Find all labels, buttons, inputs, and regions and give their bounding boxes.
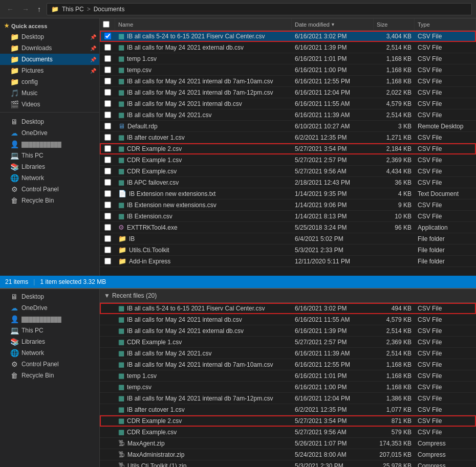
row-checkbox[interactable] (104, 190, 111, 197)
table-row[interactable]: ▦ IB Extension.csv 1/14/2021 8:13 PM 10 … (100, 211, 476, 222)
row-checkbox[interactable] (104, 157, 111, 163)
table-row[interactable]: ▦ CDR Example 2.csv 5/27/2021 3:54 PM 2,… (100, 143, 476, 154)
row-checkbox[interactable] (104, 134, 111, 141)
select-all-checkbox[interactable] (103, 21, 110, 28)
row-checkbox[interactable] (104, 100, 111, 107)
row-checkbox[interactable] (104, 55, 111, 62)
name-column-header[interactable]: Name (115, 18, 292, 30)
list-item[interactable]: ▦ CDR Example.csv 5/27/2021 9:56 AM 579 … (100, 427, 476, 438)
table-row[interactable]: ▦ IB APC failover.csv 2/18/2021 12:43 PM… (100, 177, 476, 188)
up-button[interactable]: ↑ (35, 4, 44, 14)
table-row[interactable]: ▦ IB all calls 5-24 to 6-15 2021 Fiserv … (100, 31, 476, 42)
sidebar-item-documents[interactable]: 📁 Documents 📌 (0, 54, 99, 65)
bottom-sidebar-item-libraries[interactable]: 📚 Libraries (0, 336, 99, 347)
csv-icon: ▦ (118, 394, 124, 402)
table-row[interactable]: 📁 IB 6/4/2021 5:02 PM File folder (100, 233, 476, 244)
bottom-sidebar-item-desktop[interactable]: 🖥 Desktop (0, 291, 99, 302)
row-checkbox[interactable] (104, 89, 111, 96)
row-checkbox[interactable] (104, 247, 111, 253)
list-item[interactable]: ▦ IB all calls for May 24 2021 internal … (100, 359, 476, 370)
sidebar-item-pictures[interactable]: 📁 Pictures 📌 (0, 65, 99, 76)
back-button[interactable]: ← (4, 4, 16, 14)
table-row[interactable]: 📄 IB Extension new extensions.txt 1/14/2… (100, 188, 476, 199)
list-item[interactable]: ▦ IB after cutover 1.csv 6/2/2021 12:35 … (100, 404, 476, 415)
collapse-icon[interactable]: ▼ (104, 292, 110, 299)
bottom-sidebar-item-onedrive[interactable]: ☁ OneDrive (0, 302, 99, 314)
row-size-cell: 2,369 KB (374, 155, 415, 165)
sidebar-item-downloads[interactable]: 📁 Downloads 📌 (0, 42, 99, 54)
row-checkbox[interactable] (104, 112, 111, 118)
table-row[interactable]: ▦ CDR Example.csv 5/27/2021 9:56 AM 4,43… (100, 166, 476, 177)
list-item[interactable]: ▦ IB all calls for May 24 2021 internal … (100, 393, 476, 404)
sidebar-item-config[interactable]: 📁 config (0, 76, 99, 87)
row-checkbox[interactable] (104, 78, 111, 84)
table-row[interactable]: ▦ IB all calls for May 24 2021 internal … (100, 98, 476, 109)
row-checkbox[interactable] (104, 145, 111, 152)
row-checkbox[interactable] (104, 33, 111, 39)
sidebar-item-network[interactable]: 🌐 Network (0, 172, 99, 184)
row-checkbox[interactable] (104, 224, 111, 231)
sidebar-item-libraries[interactable]: 📚 Libraries (0, 161, 99, 172)
sidebar-item-videos[interactable]: 🎬 Videos (0, 99, 99, 110)
table-row[interactable]: ▦ temp 1.csv 6/16/2021 1:01 PM 1,168 KB … (100, 53, 476, 64)
bottom-sidebar-item-user[interactable]: 👤 ███████████ (0, 314, 99, 325)
table-row[interactable]: 📁 Utils.Cti.Toolkit 5/3/2021 2:33 PM Fil… (100, 244, 476, 256)
address-documents[interactable]: Documents (94, 6, 125, 13)
sidebar-item-recyclebin[interactable]: 🗑 Recycle Bin (0, 195, 99, 206)
table-row[interactable]: ▦ IB after cutover 1.csv 6/2/2021 12:35 … (100, 132, 476, 143)
sidebar-item-user[interactable]: 👤 ███████████ (0, 139, 99, 150)
date-column-header[interactable]: Date modified ▼ (292, 18, 374, 30)
row-checkbox[interactable] (104, 258, 111, 264)
desktop-icon: 🖥 (10, 293, 18, 301)
sidebar-item-desktop2[interactable]: 🖥 Desktop (0, 116, 99, 127)
list-item[interactable]: 🗜 MaxAdministrator.zip 5/24/2021 8:00 AM… (100, 449, 476, 460)
list-item[interactable]: ▦ IB all calls for May 24 2021.csv 6/16/… (100, 348, 476, 359)
row-checkbox[interactable] (104, 123, 111, 129)
check-column-header[interactable] (100, 18, 115, 30)
sidebar-item-desktop[interactable]: 📁 Desktop 📌 (0, 31, 99, 42)
bottom-sidebar-item-network[interactable]: 🌐 Network (0, 347, 99, 359)
row-checkbox[interactable] (104, 179, 111, 186)
list-item[interactable]: ▦ IB all calls for May 24 2021 external … (100, 325, 476, 337)
row-checkbox[interactable] (104, 202, 111, 208)
sidebar-item-music[interactable]: 🎵 Music (0, 87, 99, 99)
table-row[interactable]: ▦ IB all calls for May 24 2021 internal … (100, 87, 476, 98)
type-column-header[interactable]: Type (415, 18, 476, 30)
list-item[interactable]: ▦ temp.csv 6/16/2021 1:00 PM 1,168 KB CS… (100, 382, 476, 393)
list-item[interactable]: ▦ IB all calls 5-24 to 6-15 2021 Fiserv … (100, 303, 476, 314)
list-item[interactable]: 🗜 Utils.Cti.Toolkit (1).zip 5/3/2021 2:3… (100, 460, 476, 467)
forward-button[interactable]: → (19, 4, 32, 14)
table-row[interactable]: ▦ IB all calls for May 24 2021.csv 6/16/… (100, 109, 476, 121)
table-row[interactable]: ▦ CDR Example 1.csv 5/27/2021 2:57 PM 2,… (100, 154, 476, 166)
address-thispc[interactable]: This PC (62, 6, 84, 13)
table-row[interactable]: ▦ IB all calls for May 24 2021 internal … (100, 76, 476, 87)
table-row[interactable]: 📁 Add-in Express 12/11/2020 5:11 PM File… (100, 256, 476, 267)
row-checkbox[interactable] (104, 44, 111, 51)
row-checkbox[interactable] (104, 168, 111, 174)
bottom-sidebar-item-recyclebin[interactable]: 🗑 Recycle Bin (0, 370, 99, 381)
table-row[interactable]: 🖥 Default.rdp 6/10/2021 10:27 AM 3 KB Re… (100, 121, 476, 132)
row-checkbox[interactable] (104, 66, 111, 73)
list-item[interactable]: ▦ CDR Example 1.csv 5/27/2021 2:57 PM 2,… (100, 337, 476, 348)
list-item[interactable]: 🗜 MaxAgent.zip 5/26/2021 1:07 PM 174,353… (100, 438, 476, 449)
address-bar[interactable]: 📁 This PC > Documents (47, 3, 472, 15)
list-item[interactable]: ▦ temp 1.csv 6/16/2021 1:01 PM 1,168 KB … (100, 370, 476, 382)
list-item[interactable]: ▦ IB all calls for May 24 2021 internal … (100, 314, 476, 325)
row-checkbox[interactable] (104, 213, 111, 219)
table-row[interactable]: ⚙ EXTTRKTool4.exe 5/25/2018 3:24 PM 96 K… (100, 222, 476, 233)
size-column-header[interactable]: Size (374, 18, 415, 30)
bottom-sidebar-item-controlpanel[interactable]: ⚙ Control Panel (0, 359, 99, 370)
bottom-sidebar-item-thispc[interactable]: 💻 This PC (0, 325, 99, 336)
sidebar-item-thispc[interactable]: 💻 This PC (0, 150, 99, 161)
row-name-cell: ⚙ EXTTRKTool4.exe (115, 222, 292, 233)
table-row[interactable]: ▦ temp.csv 6/16/2021 1:00 PM 1,168 KB CS… (100, 64, 476, 76)
sidebar-item-controlpanel[interactable]: ⚙ Control Panel (0, 184, 99, 195)
sidebar-item-onedrive[interactable]: ☁ OneDrive (0, 127, 99, 139)
table-row[interactable]: ▦ IB Extension new extensions.csv 1/14/2… (100, 199, 476, 211)
list-item[interactable]: ▦ CDR Example 2.csv 5/27/2021 3:54 PM 87… (100, 415, 476, 427)
file-name: IB Extension new extensions.txt (129, 190, 215, 197)
table-row[interactable]: ▦ IB all calls for May 24 2021 external … (100, 42, 476, 53)
row-name-cell: ▦ IB Extension new extensions.csv (115, 199, 292, 210)
row-checkbox[interactable] (104, 235, 111, 242)
recent-row-checkbox-cell (100, 408, 115, 411)
